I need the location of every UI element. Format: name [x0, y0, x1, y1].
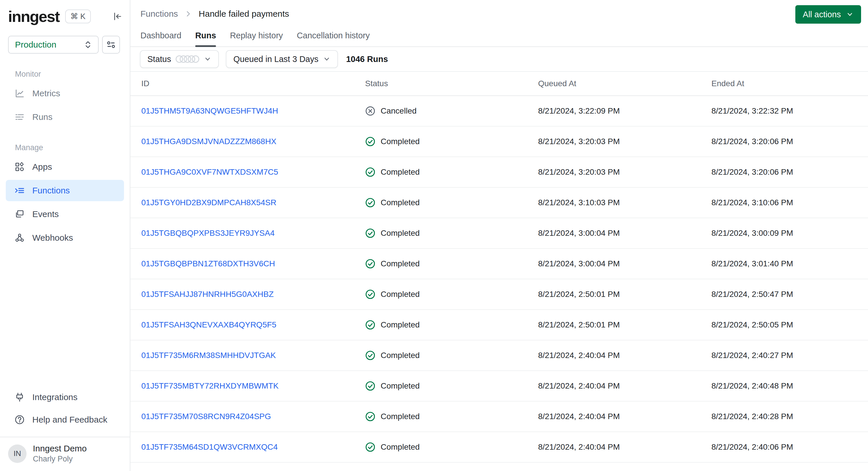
run-queued-at: 8/21/2024, 3:00:04 PM: [538, 259, 711, 269]
run-id-link[interactable]: 01J5TGBQBPBN1ZT68DXTH3V6CH: [141, 259, 365, 269]
run-ended-at: 8/21/2024, 2:40:28 PM: [711, 412, 868, 421]
run-ended-at: 8/21/2024, 3:01:40 PM: [711, 259, 868, 269]
run-ended-at: 8/21/2024, 3:20:06 PM: [711, 137, 868, 146]
completed-check-icon: [365, 136, 375, 147]
completed-check-icon: [365, 197, 375, 208]
run-id-link[interactable]: 01J5TGBQBQPXPBS3JEYR9JYSA4: [141, 228, 365, 238]
avatar: IN: [8, 444, 27, 463]
run-queued-at: 8/21/2024, 3:20:03 PM: [538, 137, 711, 146]
sidebar-item-webhooks[interactable]: Webhooks: [6, 227, 124, 249]
run-ended-at: 8/21/2024, 2:40:48 PM: [711, 381, 868, 390]
windows-icon: [14, 209, 25, 219]
run-count: 1046 Runs: [346, 55, 388, 64]
apps-shapes-icon: [14, 162, 25, 172]
table-header: ID Status Queued At Ended At: [130, 72, 868, 96]
sidebar-item-integrations[interactable]: Integrations: [6, 386, 124, 408]
run-ended-at: 8/21/2024, 3:00:09 PM: [711, 228, 868, 238]
run-status: Completed: [365, 197, 538, 208]
sidebar-item-functions[interactable]: Functions: [6, 180, 124, 201]
chevron-down-icon: [323, 55, 331, 63]
time-range-filter-dropdown[interactable]: Queued in Last 3 Days: [226, 50, 338, 68]
run-id-link[interactable]: 01J5TFSAHJJ87HNRHH5G0AXHBZ: [141, 290, 365, 299]
tab-dashboard[interactable]: Dashboard: [141, 29, 181, 46]
completed-check-icon: [365, 381, 375, 391]
run-queued-at: 8/21/2024, 2:50:01 PM: [538, 290, 711, 299]
column-header-id: ID: [141, 79, 365, 88]
chevron-down-icon: [846, 11, 854, 18]
environment-selector[interactable]: Production: [8, 36, 99, 54]
column-header-ended-at: Ended At: [711, 79, 868, 88]
run-status: Completed: [365, 136, 538, 147]
table-row: 01J5THGA9C0XVF7NWTXDSXM7C5 Completed 8/2…: [130, 157, 868, 188]
tab-runs[interactable]: Runs: [195, 29, 216, 46]
run-status: Cancelled: [365, 106, 538, 116]
user-name: Inngest Demo: [33, 444, 87, 453]
run-queued-at: 8/21/2024, 3:22:09 PM: [538, 106, 711, 116]
completed-check-icon: [365, 442, 375, 452]
run-ended-at: 8/21/2024, 2:40:06 PM: [711, 442, 868, 452]
run-id-link[interactable]: 01J5THGA9DSMJVNADZZZM868HX: [141, 137, 365, 146]
run-id-link[interactable]: 01J5TFSAH3QNEVXAXB4QYRQ5F5: [141, 320, 365, 329]
run-queued-at: 8/21/2024, 2:40:04 PM: [538, 381, 711, 390]
chevron-right-icon: [184, 10, 192, 18]
run-id-link[interactable]: 01J5TF735M70S8RCN9R4Z04SPG: [141, 412, 365, 421]
sidebar-item-apps[interactable]: Apps: [6, 156, 124, 178]
run-ended-at: 8/21/2024, 3:22:32 PM: [711, 106, 868, 116]
filter-bar: Status Queued in Last 3 Days 1046 Runs: [130, 47, 868, 72]
column-header-queued-at: Queued At: [538, 79, 711, 88]
run-status: Completed: [365, 167, 538, 177]
run-queued-at: 8/21/2024, 2:40:04 PM: [538, 412, 711, 421]
environment-settings-button[interactable]: [102, 36, 120, 54]
run-ended-at: 8/21/2024, 2:50:47 PM: [711, 290, 868, 299]
table-row: 01J5TFSAH3QNEVXAXB4QYRQ5F5 Completed 8/2…: [130, 310, 868, 340]
table-row: 01J5TF735M6RM38SMHHDVJTGAK Completed 8/2…: [130, 340, 868, 371]
section-label-monitor: Monitor: [15, 70, 130, 79]
run-status: Completed: [365, 289, 538, 300]
run-id-link[interactable]: 01J5TGY0HD2BX9DMPCAH8X54SR: [141, 198, 365, 207]
run-ended-at: 8/21/2024, 2:50:05 PM: [711, 320, 868, 329]
run-status: Completed: [365, 320, 538, 330]
line-chart-icon: [14, 88, 25, 99]
sidebar: inngest ⌘ K Production Monitor: [0, 0, 130, 471]
run-ended-at: 8/21/2024, 3:20:06 PM: [711, 167, 868, 177]
table-row: 01J5TGBQBQPXPBS3JEYR9JYSA4 Completed 8/2…: [130, 218, 868, 249]
section-label-manage: Manage: [15, 143, 130, 152]
status-filter-dropdown[interactable]: Status: [140, 50, 219, 68]
sidebar-item-events[interactable]: Events: [6, 203, 124, 225]
sidebar-item-metrics[interactable]: Metrics: [6, 83, 124, 104]
chevron-up-down-icon: [83, 40, 93, 50]
completed-check-icon: [365, 289, 375, 300]
run-queued-at: 8/21/2024, 3:00:04 PM: [538, 228, 711, 238]
table-row: 01J5TFSAHJJ87HNRHH5G0AXHBZ Completed 8/2…: [130, 279, 868, 310]
completed-check-icon: [365, 411, 375, 422]
webhook-icon: [14, 232, 25, 243]
breadcrumb-functions-link[interactable]: Functions: [141, 9, 178, 19]
run-ended-at: 8/21/2024, 2:40:27 PM: [711, 351, 868, 360]
sidebar-item-runs[interactable]: Runs: [6, 106, 124, 128]
main-content: Functions Handle failed payments All act…: [130, 0, 868, 471]
inngest-logo: inngest: [8, 7, 59, 25]
run-id-link[interactable]: 01J5THM5T9A63NQWGE5HFTWJ4H: [141, 106, 365, 116]
table-row: 01J5TF735MBTY72RHXDYMBWMTK Completed 8/2…: [130, 371, 868, 402]
tab-cancellation-history[interactable]: Cancellation history: [297, 29, 370, 46]
run-id-link[interactable]: 01J5TF735M6RM38SMHHDVJTGAK: [141, 351, 365, 360]
list-lines-icon: [14, 112, 25, 122]
run-id-link[interactable]: 01J5TF735MBTY72RHXDYMBWMTK: [141, 381, 365, 390]
run-status: Completed: [365, 228, 538, 239]
command-k-shortcut[interactable]: ⌘ K: [65, 9, 91, 23]
run-id-link[interactable]: 01J5TF735M64SD1QW3VCRMXQC4: [141, 442, 365, 452]
table-row: 01J5TGY0HD2BX9DMPCAH8X54SR Completed 8/2…: [130, 188, 868, 218]
run-queued-at: 8/21/2024, 2:40:04 PM: [538, 351, 711, 360]
user-menu[interactable]: IN Inngest Demo Charly Poly: [0, 437, 130, 471]
collapse-sidebar-icon[interactable]: [112, 11, 123, 22]
run-queued-at: 8/21/2024, 3:20:03 PM: [538, 167, 711, 177]
run-id-link[interactable]: 01J5THGA9C0XVF7NWTXDSXM7C5: [141, 167, 365, 177]
completed-check-icon: [365, 167, 375, 177]
tab-replay-history[interactable]: Replay history: [230, 29, 283, 46]
sidebar-item-help-feedback[interactable]: Help and Feedback: [6, 409, 124, 430]
run-status: Completed: [365, 442, 538, 452]
user-org: Charly Poly: [33, 454, 87, 464]
status-rings-icon: [176, 55, 199, 63]
all-actions-button[interactable]: All actions: [795, 5, 861, 24]
page-title: Handle failed payments: [199, 9, 289, 19]
